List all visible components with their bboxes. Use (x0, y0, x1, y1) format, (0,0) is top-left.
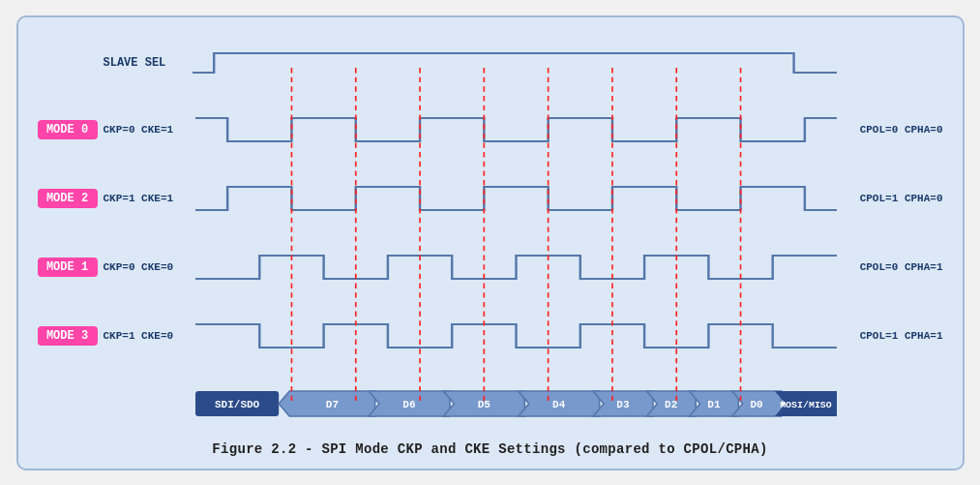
svg-text:MOSI/MISO: MOSI/MISO (780, 400, 832, 409)
mode1-left-label: CKP=0 CKE=0 (104, 261, 195, 273)
rows-container: SLAVE SEL MODE 0 CKP=0 CKE=1 CPOL=0 CPHA… (38, 33, 943, 434)
mode1-right-label: CPOL=0 CPHA=1 (837, 261, 943, 273)
mode2-left-label: CKP=1 CKE=1 (104, 193, 195, 204)
mode3-badge: MODE 3 (38, 326, 98, 346)
slave-sel-label: SLAVE SEL (38, 56, 193, 70)
svg-text:D3: D3 (616, 399, 629, 409)
svg-text:D5: D5 (477, 399, 490, 409)
svg-text:SDI/SDO: SDI/SDO (214, 399, 258, 409)
mode1-waveform (195, 246, 837, 288)
mode3-row: MODE 3 CKP=1 CKE=0 CPOL=1 CPHA=1 (38, 315, 943, 357)
mode2-right-label: CPOL=1 CPHA=0 (837, 193, 943, 204)
mode2-row: MODE 2 CKP=1 CKE=1 CPOL=1 CPHA=0 (38, 177, 943, 220)
mode0-left-label: CKP=0 CKE=1 (104, 124, 195, 136)
mode0-right-label: CPOL=0 CPHA=0 (837, 124, 943, 136)
figure-caption: Figure 2.2 - SPI Mode CKP and CKE Settin… (38, 441, 943, 457)
svg-text:D0: D0 (750, 399, 762, 409)
mode3-right-label: CPOL=1 CPHA=1 (837, 330, 943, 342)
mode2-waveform (195, 177, 837, 220)
data-bus-waveform: SDI/SDO D7 D6 D5 D4 (195, 387, 837, 420)
diagram-container: SLAVE SEL MODE 0 CKP=0 CKE=1 CPOL=0 CPHA… (16, 15, 965, 470)
svg-text:D7: D7 (325, 399, 338, 409)
slave-sel-row: SLAVE SEL (38, 45, 943, 80)
svg-text:D2: D2 (665, 399, 677, 409)
mode0-badge: MODE 0 (38, 120, 98, 139)
data-bus-row: SDI/SDO D7 D6 D5 D4 (38, 387, 943, 420)
mode1-badge: MODE 1 (38, 258, 98, 277)
mode1-row: MODE 1 CKP=0 CKE=0 CPOL=0 CPHA=1 (38, 246, 943, 288)
mode0-row: MODE 0 CKP=0 CKE=1 CPOL=0 CPHA=0 (38, 108, 943, 151)
slave-sel-waveform (193, 45, 837, 80)
svg-text:D4: D4 (552, 399, 565, 409)
diagram-area: SLAVE SEL MODE 0 CKP=0 CKE=1 CPOL=0 CPHA… (38, 33, 943, 434)
svg-text:D1: D1 (707, 399, 720, 409)
mode3-left-label: CKP=1 CKE=0 (104, 330, 195, 342)
mode2-badge: MODE 2 (38, 189, 98, 208)
mode3-waveform (195, 315, 837, 357)
mode0-waveform (195, 108, 837, 151)
svg-text:D6: D6 (402, 399, 415, 409)
